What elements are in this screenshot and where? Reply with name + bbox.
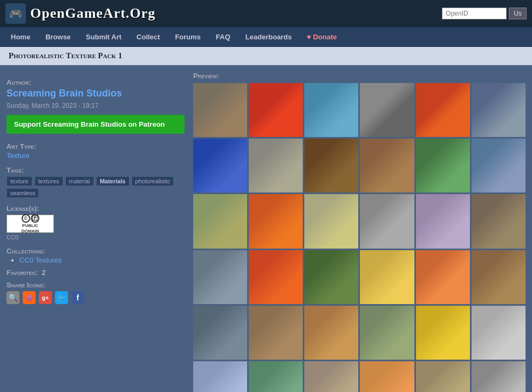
collection-cc0-textures[interactable]: CC0 Textures: [19, 256, 62, 264]
nav-home[interactable]: Home: [3, 27, 38, 46]
publish-date: Sunday, March 19, 2023 - 19:17: [6, 102, 185, 109]
nav-bar: Home Browse Submit Art Collect Forums FA…: [0, 27, 532, 47]
texture-26[interactable]: [249, 306, 303, 360]
texture-12[interactable]: [472, 139, 526, 192]
texture-11[interactable]: [416, 139, 470, 192]
texture-7[interactable]: [193, 139, 247, 192]
share-search-icon[interactable]: 🔍: [6, 291, 19, 304]
texture-20[interactable]: [249, 250, 303, 304]
texture-23[interactable]: [416, 250, 470, 304]
tag-material[interactable]: material: [65, 176, 94, 186]
logo-area: 🎮 OpenGameArt.Org: [5, 3, 155, 24]
share-label: Share Icons:: [6, 281, 45, 289]
preview-label: Preview:: [193, 72, 526, 80]
license-badge: © 🄿 PUBLIC DOMAIN: [6, 215, 54, 233]
texture-4[interactable]: [360, 83, 414, 137]
texture-28[interactable]: [360, 306, 414, 360]
texture-36[interactable]: [472, 361, 526, 392]
tag-textures[interactable]: textures: [35, 176, 63, 186]
patreon-button[interactable]: Support Screaming Brain Studios on Patre…: [6, 115, 185, 134]
favorites-count: 2: [42, 269, 45, 277]
texture-17[interactable]: [416, 194, 470, 248]
texture-2[interactable]: [249, 83, 303, 137]
texture-22[interactable]: [360, 250, 414, 304]
license-domain: DOMAIN: [22, 229, 39, 233]
content-area: Author: Screaming Brain Studios Sunday, …: [0, 65, 532, 392]
texture-14[interactable]: [249, 194, 303, 248]
license-name: CC0: [6, 234, 185, 240]
texture-34[interactable]: [360, 361, 414, 392]
author-name[interactable]: Screaming Brain Studios: [6, 87, 185, 100]
cc-icon: ©: [22, 214, 30, 223]
tag-seamless[interactable]: seamless: [6, 188, 39, 198]
nav-donate[interactable]: ♥ Donate: [299, 27, 344, 46]
openid-input[interactable]: [442, 8, 507, 19]
texture-18[interactable]: [472, 194, 526, 248]
texture-35[interactable]: [416, 361, 470, 392]
page-title: Photorealistic Texture Pack 1: [0, 47, 532, 65]
texture-24[interactable]: [472, 250, 526, 304]
share-icons-area: 🔍 👾 g+ 🐦 f: [6, 291, 185, 304]
favorites-row: Favorites: 2: [6, 269, 185, 277]
site-title: OpenGameArt.Org: [30, 5, 155, 22]
share-facebook-icon[interactable]: f: [71, 291, 84, 304]
texture-grid: [193, 83, 526, 392]
texture-13[interactable]: [193, 194, 247, 248]
main-area: Preview:: [193, 72, 526, 392]
tag-materials[interactable]: Materials: [96, 176, 129, 186]
logo-icon: 🎮: [5, 3, 26, 24]
texture-9[interactable]: [304, 139, 358, 192]
share-row: Share Icons: 🔍 👾 g+ 🐦 f: [6, 281, 185, 304]
texture-6[interactable]: [472, 83, 526, 137]
share-twitter-icon[interactable]: 🐦: [55, 291, 68, 304]
texture-3[interactable]: [304, 83, 358, 137]
nav-forums[interactable]: Forums: [167, 27, 208, 46]
nav-collect[interactable]: Collect: [129, 27, 167, 46]
header-right: Us: [442, 8, 527, 19]
header: 🎮 OpenGameArt.Org Us: [0, 0, 532, 27]
texture-27[interactable]: [304, 306, 358, 360]
texture-25[interactable]: [193, 306, 247, 360]
texture-32[interactable]: [249, 361, 303, 392]
nav-leaderboards[interactable]: Leaderboards: [238, 27, 299, 46]
tag-photorealistic[interactable]: photorealistic: [132, 176, 174, 186]
license-label: License(s):: [6, 204, 185, 212]
favorites-label: Favorites:: [6, 269, 38, 277]
nav-submit-art[interactable]: Submit Art: [78, 27, 129, 46]
texture-10[interactable]: [360, 139, 414, 192]
texture-8[interactable]: [249, 139, 303, 192]
texture-15[interactable]: [304, 194, 358, 248]
tags-area: texture textures material Materials phot…: [6, 176, 185, 198]
texture-5[interactable]: [416, 83, 470, 137]
share-reddit-icon[interactable]: 👾: [23, 291, 36, 304]
author-label: Author:: [6, 78, 185, 86]
nav-browse[interactable]: Browse: [38, 27, 78, 46]
tags-label: Tags:: [6, 166, 185, 174]
tag-texture[interactable]: texture: [6, 176, 32, 186]
texture-30[interactable]: [472, 306, 526, 360]
texture-33[interactable]: [304, 361, 358, 392]
texture-16[interactable]: [360, 194, 414, 248]
texture-1[interactable]: [193, 83, 247, 137]
texture-21[interactable]: [304, 250, 358, 304]
collections-label: Collections:: [6, 247, 185, 255]
nav-faq[interactable]: FAQ: [208, 27, 238, 46]
share-gplus-icon[interactable]: g+: [39, 291, 52, 304]
art-type-value[interactable]: Texture: [6, 152, 185, 160]
art-type-label: Art Type:: [6, 142, 185, 150]
texture-29[interactable]: [416, 306, 470, 360]
pd-icon: 🄿: [31, 214, 39, 223]
texture-19[interactable]: [193, 250, 247, 304]
login-button[interactable]: Us: [509, 8, 527, 19]
license-public: PUBLIC: [22, 223, 38, 228]
texture-31[interactable]: [193, 361, 247, 392]
sidebar: Author: Screaming Brain Studios Sunday, …: [6, 72, 185, 392]
